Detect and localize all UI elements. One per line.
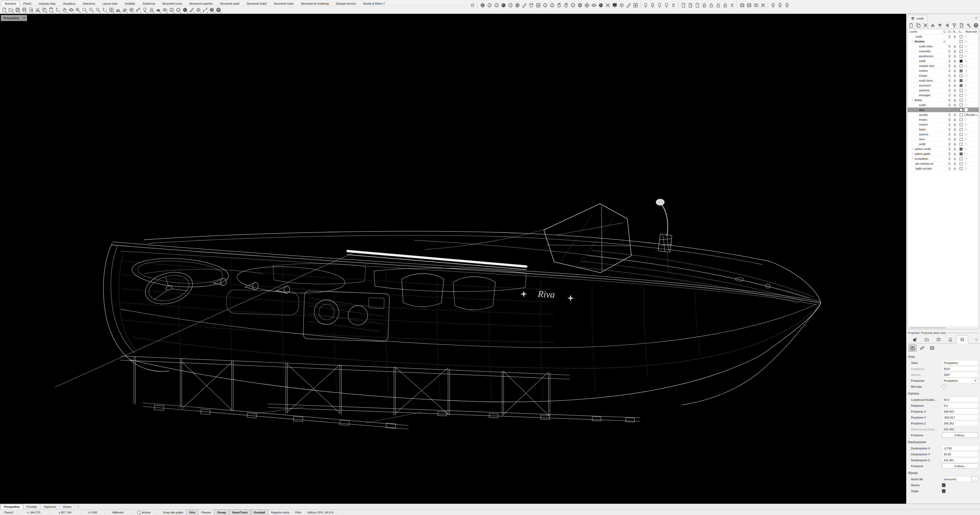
layer-visibility-bulb-icon[interactable] [947, 84, 952, 87]
layer-material-cell[interactable] [964, 79, 979, 82]
layer-lock-icon[interactable] [952, 133, 958, 136]
prop-checkbox-grigio[interactable] [942, 489, 945, 493]
layer-material-cell[interactable] [964, 162, 979, 165]
layer-lock-icon[interactable] [952, 79, 958, 82]
layer-material-cell[interactable] [964, 64, 979, 67]
gear-outline-icon[interactable] [469, 2, 476, 8]
layer-color-swatch[interactable] [958, 55, 964, 58]
layer-material-cell[interactable] [964, 152, 979, 155]
layer-material-cell[interactable] [964, 103, 979, 106]
page-gray-icon[interactable] [687, 2, 694, 8]
layer-lock-icon[interactable] [952, 59, 958, 63]
toolbar-tab-strumenti-curve[interactable]: Strumenti curve [159, 1, 186, 6]
pen-icon[interactable] [625, 2, 632, 8]
layer-row-acciaio[interactable]: acciaioAcciaio i.. [908, 113, 979, 117]
layer-row-legno[interactable]: legno [908, 127, 979, 132]
layer-lock-icon[interactable] [952, 35, 958, 38]
layer-visibility-bulb-icon[interactable] [947, 138, 952, 141]
mesh-icon[interactable] [121, 7, 128, 13]
layer-visibility-bulb-icon[interactable] [947, 35, 952, 38]
properties-tab-bomb[interactable] [909, 336, 921, 343]
layer-visibility-bulb-icon[interactable] [947, 45, 952, 48]
layer-lock-icon[interactable] [952, 138, 958, 141]
layer-material-cell[interactable] [964, 128, 979, 131]
viewport-tab-prospettiva[interactable]: Prospettiva [0, 504, 23, 509]
page-new-icon[interactable] [1, 7, 8, 13]
toolbar-tab-visibilit[interactable]: Visibilità [121, 1, 138, 6]
surf-dark-icon[interactable] [155, 7, 161, 13]
layer-current-check[interactable] [942, 40, 947, 43]
mag-icon[interactable] [94, 7, 101, 13]
layer-material-cell[interactable] [964, 143, 979, 146]
layer-visibility-bulb-icon[interactable] [947, 147, 952, 151]
layer-color-swatch[interactable] [958, 133, 964, 136]
prop-value-input[interactable]: 336.819 [942, 409, 978, 414]
layer-visibility-bulb-icon[interactable] [947, 157, 952, 160]
frame-icon[interactable] [739, 2, 745, 8]
layer-lock-icon[interactable] [952, 162, 958, 165]
toolbar-tab-strumenti-mesh[interactable]: Strumenti mesh [270, 1, 297, 6]
layer-row-sedili[interactable]: sedili [908, 59, 979, 63]
layer-color-swatch[interactable] [958, 123, 964, 126]
bulb-icon[interactable] [142, 7, 148, 13]
tri-left-icon[interactable] [944, 22, 950, 28]
layer-row-arancio[interactable]: arancio [908, 132, 979, 137]
viewport-tab-superiore[interactable]: Superiore [40, 504, 60, 509]
layer-caret-icon[interactable] [911, 98, 913, 101]
layer-row-scoaiattolo[interactable]: scoaiattolo [908, 157, 979, 161]
grid4-icon[interactable] [108, 7, 115, 13]
layer-row-parabrezza[interactable]: parabrezza [908, 54, 979, 59]
status-toggle-smarttrack[interactable]: SmartTrack [229, 510, 251, 515]
layer-visibility-bulb-icon[interactable] [947, 133, 952, 136]
prop-value-input[interactable]: 3515 [942, 366, 978, 371]
gear-icon[interactable] [195, 7, 202, 13]
layer-visibility-bulb-icon[interactable] [947, 69, 952, 73]
layer-lock-icon[interactable] [952, 152, 958, 155]
layer-material-cell[interactable] [964, 147, 979, 151]
layer-lock-icon[interactable] [952, 45, 958, 48]
mag-rect-icon[interactable] [81, 7, 88, 13]
bulb-off-icon[interactable] [649, 2, 656, 8]
layer-material-cell[interactable] [964, 93, 979, 97]
layer-lock-icon[interactable] [952, 108, 958, 112]
layer-row-sebino-giallo[interactable]: sebino giallo [908, 152, 979, 157]
layer-color-swatch[interactable] [958, 162, 964, 165]
sphere-dark-icon[interactable] [500, 2, 507, 8]
layers-tab[interactable]: Livelli [907, 15, 927, 22]
layer-row-vuoto[interactable]: vuoto [908, 34, 979, 39]
layer-material-cell[interactable] [964, 74, 979, 77]
prop-value-input[interactable]: 1897 [942, 372, 978, 377]
layer-material-cell[interactable] [964, 84, 979, 87]
layer-color-swatch[interactable] [958, 157, 964, 160]
arrow-swap-icon[interactable] [729, 2, 735, 8]
dropdown-arrow-icon[interactable] [972, 379, 978, 383]
axis-icon[interactable] [128, 7, 135, 13]
browse-button[interactable]: ... [972, 476, 978, 482]
properties-subtab-frame[interactable] [928, 344, 936, 352]
help-icon[interactable]: ? [973, 22, 979, 28]
grid4-icon[interactable] [535, 2, 541, 8]
page-gray-icon[interactable] [958, 22, 964, 28]
bulb-off-icon[interactable] [770, 2, 776, 8]
layer-visibility-bulb-icon[interactable] [947, 64, 952, 68]
bulb-icon[interactable] [642, 2, 649, 8]
layer-color-swatch[interactable] [958, 152, 964, 155]
toolbar-tab-disegno-tecnico[interactable]: Disegno tecnico [332, 1, 360, 6]
page-new-icon[interactable] [694, 2, 701, 8]
unlock-icon[interactable] [715, 2, 721, 8]
layer-material-cell[interactable] [964, 108, 979, 112]
globe-icon[interactable] [479, 2, 486, 8]
layer-material-cell[interactable] [964, 54, 979, 58]
layer-row-nero[interactable]: nero [908, 137, 979, 142]
layer-caret-icon[interactable] [911, 152, 913, 155]
toolbar-tab-visualizza[interactable]: Visualizza [59, 1, 79, 6]
layer-columns-header[interactable]: LivelloC...O...B...C...Materiale [908, 29, 979, 34]
undo-icon[interactable] [54, 7, 61, 13]
layer-row-sedili[interactable]: sedili [908, 142, 979, 147]
layer-color-swatch[interactable] [958, 94, 964, 97]
prop-value-input[interactable]: Prospettiva [942, 360, 978, 366]
bulb-icon[interactable] [656, 2, 663, 8]
layer-material-cell[interactable] [964, 98, 979, 101]
sphere-icon[interactable] [542, 2, 549, 8]
status-cell-millimetri[interactable]: Millimetri [105, 510, 132, 515]
